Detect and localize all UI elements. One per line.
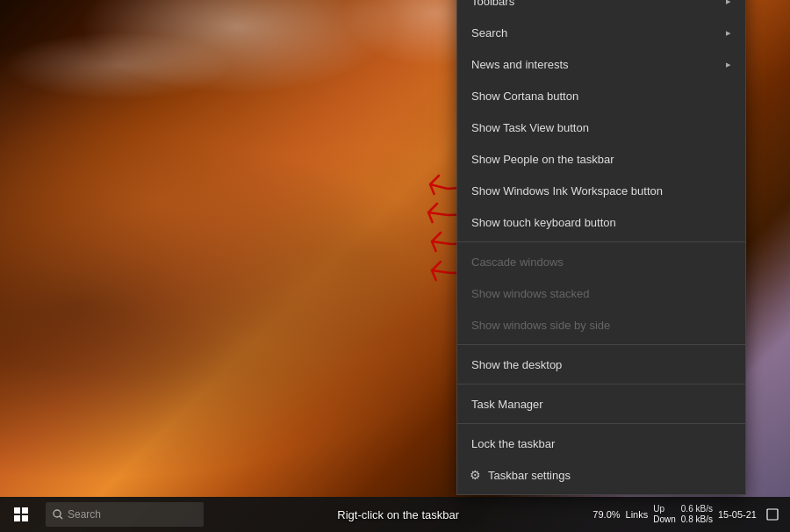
menu-item-label-lock-taskbar: Lock the taskbar [471, 437, 555, 450]
speed-down: 0.8 kB/s [681, 514, 713, 525]
submenu-arrow-icon: ▸ [726, 59, 731, 70]
svg-rect-6 [14, 515, 20, 521]
menu-separator [457, 384, 745, 385]
down-label: Down [653, 514, 676, 525]
menu-item-label-show-people: Show People on the taskbar [471, 153, 614, 166]
svg-rect-10 [767, 509, 778, 520]
menu-item-label-news: News and interests [471, 58, 569, 71]
menu-item-cascade: Cascade windows [457, 246, 745, 277]
menu-item-task-manager[interactable]: Task Manager [457, 388, 745, 420]
svg-rect-5 [22, 507, 28, 514]
taskbar-datetime: 15-05-21 [718, 509, 757, 520]
submenu-arrow-icon: ▸ [726, 27, 731, 39]
menu-item-stacked: Show windows stacked [457, 277, 745, 309]
speed-up: 0.6 kB/s [681, 504, 713, 514]
taskbar-center-label: Rigt-click on the taskbar [337, 508, 459, 521]
menu-item-toolbars[interactable]: Toolbars▸ [457, 0, 745, 17]
menu-item-show-touch[interactable]: Show touch keyboard button [457, 206, 745, 238]
gear-icon: ⚙ [470, 468, 481, 482]
menu-item-label-stacked: Show windows stacked [471, 287, 589, 300]
menu-separator [457, 423, 745, 424]
menu-item-news[interactable]: News and interests▸ [457, 48, 745, 80]
menu-item-label-show-ink: Show Windows Ink Workspace button [471, 184, 663, 198]
menu-item-side-by-side: Show windows side by side [457, 309, 745, 341]
menu-item-show-cortana[interactable]: Show Cortana button [457, 80, 745, 111]
search-placeholder: Search [68, 508, 101, 521]
taskbar-search[interactable]: Search [46, 502, 204, 527]
menu-item-label-side-by-side: Show windows side by side [471, 319, 610, 332]
menu-item-label-cascade: Cascade windows [471, 255, 564, 269]
menu-item-show-desktop[interactable]: Show the desktop [457, 349, 745, 380]
menu-item-label-toolbars: Toolbars [471, 0, 514, 8]
svg-line-9 [60, 516, 62, 519]
menu-item-label-search: Search [471, 26, 507, 40]
menu-item-lock-taskbar[interactable]: Lock the taskbar [457, 428, 745, 459]
menu-separator [457, 344, 745, 345]
menu-item-label-show-desktop: Show the desktop [471, 358, 562, 371]
menu-item-show-ink[interactable]: Show Windows Ink Workspace button [457, 175, 745, 206]
taskbar-network: Up Down [653, 504, 676, 525]
menu-item-label-show-touch: Show touch keyboard button [471, 216, 616, 229]
taskbar-percent: 79.0% [592, 509, 620, 520]
context-menu: Toolbars▸Search▸News and interests▸Show … [456, 0, 746, 495]
menu-item-label-show-task-view: Show Task View button [471, 121, 589, 134]
svg-point-8 [54, 510, 61, 517]
svg-rect-7 [22, 515, 28, 521]
taskbar-right-area: 79.0% Links Up Down 0.6 kB/s 0.8 kB/s 15… [592, 504, 790, 525]
datetime-value: 15-05-21 [718, 509, 757, 520]
menu-item-show-people[interactable]: Show People on the taskbar [457, 143, 745, 175]
menu-item-show-task-view[interactable]: Show Task View button [457, 111, 745, 143]
taskbar: Search Rigt-click on the taskbar 79.0% L… [0, 497, 790, 532]
taskbar-speed: 0.6 kB/s 0.8 kB/s [681, 504, 713, 525]
start-button[interactable] [0, 497, 42, 532]
menu-item-label-taskbar-settings: ⚙Taskbar settings [470, 468, 571, 482]
taskbar-center: Rigt-click on the taskbar [204, 508, 592, 521]
up-label: Up [653, 504, 676, 514]
svg-rect-4 [14, 507, 20, 514]
notification-center-button[interactable] [762, 504, 783, 525]
menu-item-search[interactable]: Search▸ [457, 17, 745, 48]
taskbar-links-label: Links [626, 509, 649, 520]
menu-item-label-task-manager: Task Manager [471, 398, 543, 411]
menu-separator [457, 241, 745, 242]
submenu-arrow-icon: ▸ [726, 0, 731, 7]
menu-item-taskbar-settings[interactable]: ⚙Taskbar settings [457, 459, 745, 491]
menu-item-label-show-cortana: Show Cortana button [471, 90, 578, 103]
